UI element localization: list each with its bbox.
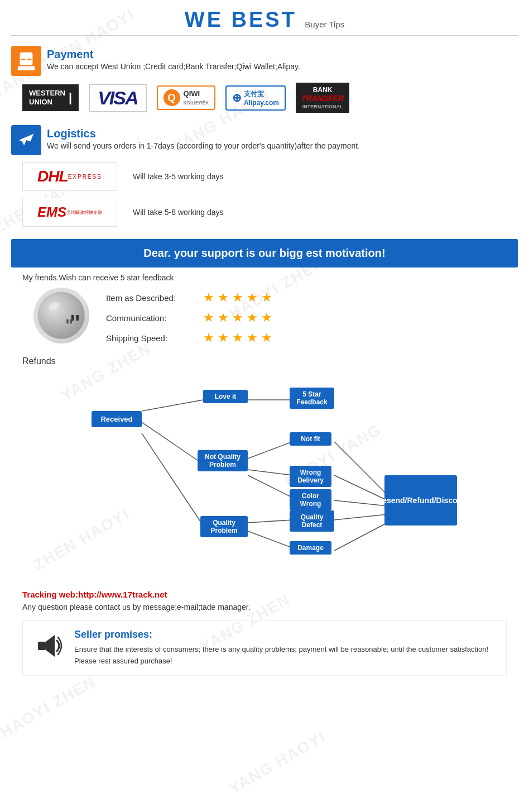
feedback-section: My frends.Wish can receive 5 star feedba…: [11, 273, 518, 345]
header-subtitle: Buyer Tips: [305, 20, 344, 29]
promises-content: Seller promises: Ensure that the interes…: [74, 629, 497, 667]
stars-item: ★ ★ ★ ★ ★: [203, 290, 272, 305]
svg-line-19: [334, 514, 387, 520]
ems-logo: EMS 全球邮政特快专递: [22, 198, 117, 227]
header-title: WE BEST: [185, 8, 297, 31]
feedback-row-ship: Shipping Speed: ★ ★ ★ ★ ★: [106, 331, 272, 345]
svg-line-12: [248, 470, 292, 475]
tracking-section: Tracking web:http://www.17track.net Any …: [22, 590, 507, 612]
page-header: WE BEST Buyer Tips: [11, 0, 518, 36]
flow-wrong-delivery: WrongDelivery: [290, 466, 331, 487]
svg-line-13: [248, 475, 292, 498]
svg-line-9: [142, 433, 203, 526]
refunds-section: Refunds: [22, 356, 518, 579]
svg-rect-2: [21, 59, 26, 60]
promises-section: Seller promises: Ensure that the interes…: [22, 620, 507, 676]
svg-line-15: [248, 531, 292, 548]
tracking-desc: Any question please contact us by messag…: [22, 603, 507, 612]
feedback-row-comm: Communication: ★ ★ ★ ★ ★: [106, 311, 272, 325]
motivation-banner: Dear. your support is our bigg est motiv…: [11, 239, 518, 268]
svg-line-16: [334, 442, 387, 495]
dhl-time: Will take 3-5 working days: [133, 172, 224, 181]
alipay-logo: ⊕ 支付宝Alipay.com: [225, 85, 286, 111]
svg-rect-1: [18, 66, 35, 71]
ems-row: EMS 全球邮政特快专递 Will take 5-8 working days: [22, 198, 518, 227]
svg-text:": ": [65, 316, 73, 334]
ems-time: Will take 5-8 working days: [133, 208, 224, 217]
feedback-label-ship: Shipping Speed:: [106, 333, 195, 343]
payment-section: Payment We can accept West Union ;Credit…: [11, 46, 518, 113]
svg-rect-21: [38, 642, 46, 650]
promises-title: Seller promises:: [74, 629, 497, 641]
flow-color-wrong: ColorWrong: [290, 489, 331, 510]
svg-line-11: [248, 442, 292, 458]
svg-line-20: [334, 523, 387, 551]
refunds-title: Refunds: [22, 356, 518, 366]
logistics-section: Logistics We will send yours orders in 1…: [11, 125, 518, 227]
qiwi-logo: Q QIWIКОШЕЛЁК: [157, 85, 215, 110]
western-union-logo: WESTERNUNION |: [22, 84, 79, 111]
stars-ship: ★ ★ ★ ★ ★: [203, 331, 272, 345]
svg-point-4: [38, 292, 85, 339]
tracking-link[interactable]: Tracking web:http://www.17track.net: [22, 590, 507, 599]
feedback-label-item: Item as Described:: [106, 293, 195, 303]
svg-rect-0: [20, 52, 33, 65]
logistics-desc: We will send yours orders in 1-7days (ac…: [47, 141, 360, 150]
flow-damage: Damage: [290, 541, 331, 555]
visa-logo: VISA: [89, 84, 146, 112]
flow-five-star: 5 StarFeedback: [290, 388, 334, 409]
payment-desc: We can accept West Union ;Credit card;Ba…: [47, 62, 300, 71]
feedback-wish-text: My frends.Wish can receive 5 star feedba…: [22, 273, 507, 282]
speaker-icon: [32, 629, 65, 662]
flow-not-fit: Not fit: [290, 432, 331, 446]
payment-icon: [11, 46, 41, 76]
promises-text: Ensure that the interests of consumers; …: [74, 644, 497, 667]
svg-marker-22: [46, 635, 55, 657]
svg-line-8: [142, 422, 203, 464]
dhl-row: DHL EXPRESS Will take 3-5 working days: [22, 162, 518, 191]
flow-quality-defect: QualityDefect: [290, 510, 334, 532]
flow-quality-problem: QualityProblem: [200, 516, 248, 537]
dhl-logo: DHL EXPRESS: [22, 162, 117, 191]
feedback-row-item: Item as Described: ★ ★ ★ ★ ★: [106, 290, 272, 305]
payment-title: Payment: [47, 48, 300, 61]
flow-received: Received: [92, 411, 142, 427]
stars-comm: ★ ★ ★ ★ ★: [203, 311, 272, 325]
svg-line-7: [142, 400, 203, 411]
feedback-label-comm: Communication:: [106, 313, 195, 323]
svg-line-14: [248, 520, 292, 523]
logistics-icon: [11, 125, 41, 155]
feedback-globe-image: ": [33, 288, 89, 343]
flow-not-quality: Not QualityProblem: [198, 450, 248, 471]
bank-transfer-logo: BANK TRANSFER INTERNATIONAL: [296, 83, 349, 113]
flow-resend: Resend/Refund/Discont: [384, 475, 457, 526]
feedback-rows: Item as Described: ★ ★ ★ ★ ★ Communicati…: [106, 290, 272, 345]
logistics-title: Logistics: [47, 127, 360, 140]
svg-rect-3: [27, 59, 32, 60]
payment-logos: WESTERNUNION | VISA Q QIWIКОШЕЛЁК ⊕ 支付宝A…: [11, 83, 518, 113]
flow-diagram: Received Love it 5 StarFeedback Not Qual…: [75, 378, 465, 579]
flow-love-it: Love it: [203, 390, 248, 403]
